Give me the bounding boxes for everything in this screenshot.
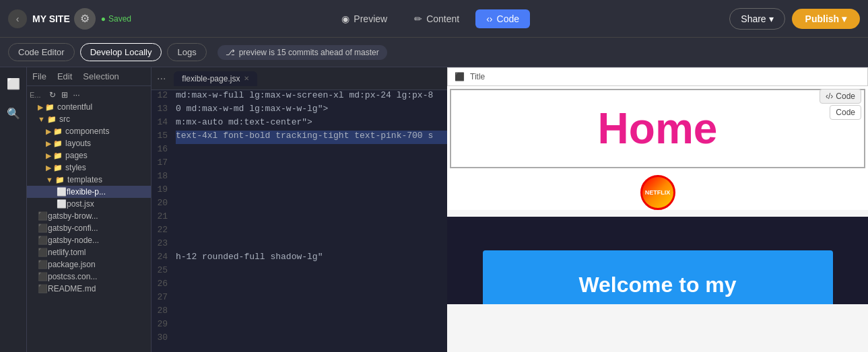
preview-pane: ⬛ Title Home ‹/› Code Code NETFLIX Welco… (447, 67, 868, 352)
tree-styles[interactable]: ▶ 📁 styles (27, 162, 151, 174)
code-line-21: 21 (152, 211, 447, 225)
code-line-23: 23 (152, 238, 447, 252)
tree-src[interactable]: ▼ 📁 src (27, 113, 151, 125)
settings-button[interactable]: ⚙ (74, 8, 96, 30)
line-code-30 (176, 332, 447, 346)
back-button[interactable]: ‹ (8, 9, 27, 28)
files-icon[interactable]: ⬜ (4, 74, 23, 93)
flexible-label: flexible-p... (67, 187, 106, 197)
nav-left: ‹ MY SITE ⚙ ● Saved (8, 8, 131, 30)
styles-label: styles (65, 163, 86, 172)
sidebar-wrapper: ⬜ 🔍 File Edit Selection E... ↻ ⊞ ··· ▶ 📁 (0, 67, 152, 352)
tree-layouts[interactable]: ▶ 📁 layouts (27, 137, 151, 149)
preview-icon: ◉ (341, 13, 349, 24)
gatsby-node-icon: ⬛ (38, 236, 48, 245)
develop-locally-button[interactable]: Develop Locally (80, 43, 162, 61)
line-code-28 (176, 306, 447, 319)
file-tree: E... ↻ ⊞ ··· ▶ 📁 contentful ▼ 📁 src (27, 86, 151, 352)
contentful-label: contentful (57, 102, 92, 112)
preview-white-section: ⬛ Title Home ‹/› Code Code NETFLIX (447, 67, 868, 210)
tree-gatsby-conf[interactable]: ⬛ gatsby-confi... (27, 222, 151, 234)
tree-templates[interactable]: ▼ 📁 templates (27, 174, 151, 186)
code-line-20: 20 (152, 198, 447, 211)
tree-package-json[interactable]: ⬛ package.json (27, 258, 151, 271)
templates-folder-icon: ▼ 📁 (46, 176, 65, 184)
publish-button[interactable]: Publish ▾ (792, 9, 860, 29)
preview-code-button-2[interactable]: Code (830, 105, 861, 120)
menu-selection[interactable]: Selection (83, 70, 119, 83)
line-code-17 (176, 157, 447, 171)
tab-close-icon[interactable]: ✕ (244, 75, 249, 82)
logs-button[interactable]: Logs (167, 43, 206, 61)
readme-label: README.md (48, 284, 96, 293)
line-code-18 (176, 171, 447, 184)
line-num-19: 19 (152, 184, 176, 198)
tab-action-icon[interactable]: ··· (157, 73, 166, 85)
tree-contentful[interactable]: ▶ 📁 contentful (27, 101, 151, 113)
tree-post-jsx[interactable]: ⬜ post.jsx (27, 198, 151, 210)
preview-code-button-1[interactable]: ‹/› Code (820, 89, 861, 104)
file-sidebar: File Edit Selection E... ↻ ⊞ ··· ▶ 📁 con… (27, 67, 152, 352)
line-code-27 (176, 292, 447, 306)
preview-dark-section: Welcome to my (447, 217, 868, 304)
tree-flexible-page[interactable]: ⬜ flexible-p... (27, 186, 151, 198)
netlify-toml-label: netlify.toml (48, 248, 86, 257)
new-file-icon[interactable]: ⊞ (61, 90, 68, 100)
title-bar-icon: ⬛ (455, 72, 465, 81)
code-line-24: 24 h-12 rounded-full shadow-lg" (152, 252, 447, 265)
code-line-12: 12 md:max-w-full lg:max-w-screen-xl md:p… (152, 90, 447, 104)
templates-label: templates (67, 175, 102, 184)
tree-gatsby-brow[interactable]: ⬛ gatsby-brow... (27, 210, 151, 222)
share-button[interactable]: Share ▾ (729, 8, 784, 30)
line-code-26 (176, 279, 447, 292)
code-line-29: 29 (152, 319, 447, 332)
tree-postcss[interactable]: ⬛ postcss.con... (27, 271, 151, 283)
preview-home-title: Home (465, 104, 850, 153)
folder-icon: ▶ 📁 (38, 103, 55, 112)
menu-file[interactable]: File (32, 70, 46, 83)
git-status-text: preview is 15 commits ahead of master (239, 48, 379, 57)
tab-content-label: Content (426, 13, 459, 24)
styles-folder-icon: ▶ 📁 (46, 164, 63, 172)
top-nav: ‹ MY SITE ⚙ ● Saved ◉ Preview ✏ Content … (0, 0, 868, 38)
components-folder-icon: ▶ 📁 (46, 127, 63, 136)
saved-label: Saved (108, 14, 131, 24)
tree-gatsby-node[interactable]: ⬛ gatsby-node... (27, 234, 151, 246)
preview-title-bar: ⬛ Title (447, 67, 868, 86)
line-code-29 (176, 319, 447, 332)
editor-content[interactable]: 12 md:max-w-full lg:max-w-screen-xl md:p… (152, 90, 447, 352)
editor-tab-flexible[interactable]: flexible-page.jsx ✕ (174, 71, 257, 86)
line-num-23: 23 (152, 238, 176, 252)
tab-content[interactable]: ✏ Content (403, 9, 470, 28)
tree-components[interactable]: ▶ 📁 components (27, 125, 151, 137)
gatsby-conf-label: gatsby-confi... (48, 223, 98, 233)
code-editor-button[interactable]: Code Editor (8, 43, 75, 61)
components-label: components (65, 127, 109, 136)
refresh-icon[interactable]: ↻ (49, 90, 56, 100)
tree-readme[interactable]: ⬛ README.md (27, 283, 151, 295)
more-icon[interactable]: ··· (73, 90, 80, 100)
welcome-text: Welcome to my (578, 273, 736, 297)
src-folder-icon: ▼ 📁 (38, 115, 57, 124)
tree-pages[interactable]: ▶ 📁 pages (27, 149, 151, 162)
line-code-24: h-12 rounded-full shadow-lg" (176, 252, 447, 265)
nav-center: ◉ Preview ✏ Content ‹› Code (131, 9, 729, 28)
tab-preview[interactable]: ◉ Preview (331, 9, 398, 28)
menu-edit[interactable]: Edit (57, 70, 72, 83)
code-line-26: 26 (152, 279, 447, 292)
code-editor-panel: ··· flexible-page.jsx ✕ 12 md:max-w-full… (152, 67, 447, 352)
line-num-15: 15 (152, 131, 176, 144)
line-code-19 (176, 184, 447, 198)
line-num-18: 18 (152, 171, 176, 184)
line-num-24: 24 (152, 252, 176, 265)
pages-folder-icon: ▶ 📁 (46, 151, 63, 160)
search-icon[interactable]: 🔍 (4, 104, 23, 122)
gatsby-node-label: gatsby-node... (48, 236, 99, 245)
tab-code[interactable]: ‹› Code (475, 9, 530, 28)
readme-icon: ⬛ (38, 284, 48, 293)
git-icon: ⎇ (226, 48, 235, 57)
gatsby-brow-label: gatsby-brow... (48, 211, 98, 221)
saved-status: ● Saved (101, 14, 131, 24)
netflix-text: NETFLIX (645, 189, 671, 196)
tree-netlify-toml[interactable]: ⬛ netlify.toml (27, 246, 151, 258)
